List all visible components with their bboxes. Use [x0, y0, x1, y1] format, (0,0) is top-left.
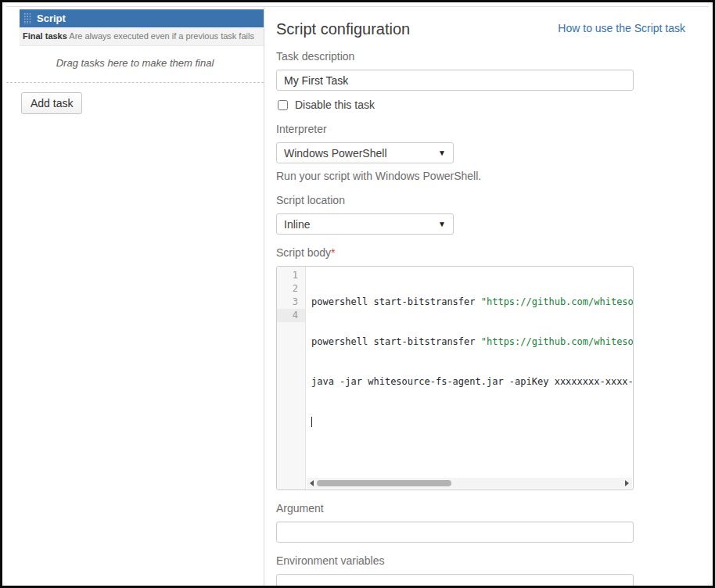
scroll-right-icon[interactable] — [625, 480, 629, 486]
config-header: Script configuration How to use the Scri… — [276, 20, 685, 38]
task-description-input[interactable] — [276, 70, 634, 91]
final-tasks-description: Are always executed even if a previous t… — [69, 31, 254, 41]
interpreter-label: Interpreter — [276, 123, 713, 135]
code-line: powershell start-bitstransfer "https://g… — [311, 335, 633, 349]
argument-label: Argument — [276, 502, 713, 514]
script-body-editor[interactable]: 1 2 3 4 powershell start-bitstransfer "h… — [276, 266, 634, 490]
task-list-panel: Script Final tasks Are always executed e… — [2, 7, 264, 586]
editor-code-area[interactable]: powershell start-bitstransfer "https://g… — [306, 267, 633, 489]
code-line: java -jar whitesource-fs-agent.jar -apiK… — [311, 375, 633, 389]
drag-grip-icon[interactable] — [23, 13, 31, 24]
environment-variables-input[interactable] — [276, 574, 634, 588]
argument-input[interactable] — [276, 522, 634, 543]
scrollbar-thumb[interactable] — [317, 480, 451, 486]
script-location-selected-value: Inline — [284, 218, 310, 231]
scroll-left-icon[interactable] — [310, 480, 314, 486]
script-location-select[interactable]: Inline ▼ — [276, 213, 454, 235]
interpreter-selected-value: Windows PowerShell — [284, 147, 387, 160]
interpreter-description: Run your script with Windows PowerShell. — [276, 170, 713, 182]
code-line: powershell start-bitstransfer "https://g… — [311, 296, 633, 309]
editor-line-number-gutter: 1 2 3 4 — [277, 267, 306, 489]
script-body-label: Script body* — [276, 246, 713, 259]
task-description-label: Task description — [276, 50, 713, 63]
editor-horizontal-scrollbar[interactable] — [307, 478, 632, 489]
chevron-down-icon: ▼ — [438, 220, 446, 228]
task-item-script[interactable]: Script — [20, 9, 264, 27]
page-title: Script configuration — [276, 20, 410, 38]
code-line-active — [311, 415, 633, 428]
script-configuration-panel: Script configuration How to use the Scri… — [264, 7, 713, 586]
final-tasks-header: Final tasks Are always executed even if … — [20, 27, 264, 46]
task-item-label: Script — [37, 13, 66, 24]
disable-task-row: Disable this task — [276, 99, 713, 111]
drop-zone-hint: Drag tasks here to make them final — [56, 57, 214, 69]
line-number: 2 — [277, 282, 305, 296]
final-tasks-drop-zone[interactable]: Drag tasks here to make them final — [6, 46, 264, 83]
required-asterisk: * — [331, 246, 335, 259]
line-number: 1 — [277, 269, 305, 282]
script-location-label: Script location — [276, 194, 713, 206]
chevron-down-icon: ▼ — [438, 149, 446, 157]
help-link[interactable]: How to use the Script task — [558, 22, 685, 34]
bamboo-task-config-screen: Script Final tasks Are always executed e… — [0, 0, 715, 588]
line-number-active: 4 — [277, 309, 305, 322]
interpreter-select[interactable]: Windows PowerShell ▼ — [276, 142, 454, 163]
text-cursor — [311, 417, 312, 427]
line-number: 3 — [277, 296, 305, 309]
script-body-editor-wrap: 1 2 3 4 powershell start-bitstransfer "h… — [276, 266, 634, 490]
disable-task-label: Disable this task — [295, 99, 375, 111]
final-tasks-title: Final tasks — [23, 31, 67, 41]
add-task-button[interactable]: Add task — [21, 92, 82, 114]
disable-task-checkbox[interactable] — [278, 100, 288, 110]
environment-variables-label: Environment variables — [276, 554, 713, 567]
